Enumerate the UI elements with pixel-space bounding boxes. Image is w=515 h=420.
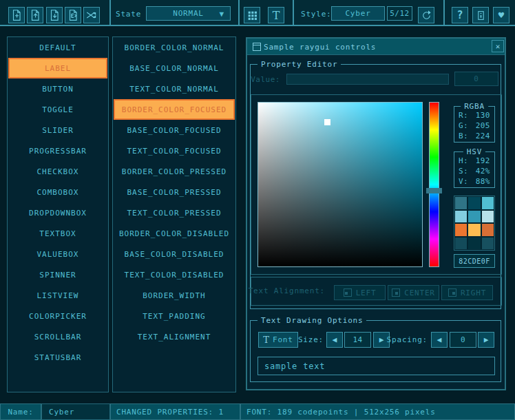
align-left-icon <box>344 288 352 297</box>
align-right-button[interactable]: RIGHT <box>441 285 493 300</box>
style-color-grid <box>454 196 495 251</box>
list-item[interactable]: TOGGLE <box>8 99 108 120</box>
list-item[interactable]: LABEL <box>8 58 107 78</box>
name-status: Name: <box>0 403 41 420</box>
list-item[interactable]: TEXT_ALIGNMENT <box>113 326 235 347</box>
list-item[interactable]: DROPDOWNBOX <box>8 202 108 223</box>
color-swatch[interactable] <box>481 196 494 210</box>
sample-text-input[interactable]: sample text <box>258 357 495 375</box>
list-item[interactable]: CHECKBOX <box>8 161 108 182</box>
hex-value-input[interactable]: 82CDE0F <box>454 254 495 268</box>
arrow-left-icon: ◀ <box>333 335 337 344</box>
size-label: Size: <box>298 335 324 344</box>
size-decrease-button[interactable]: ◀ <box>326 332 343 348</box>
style-dropdown[interactable]: Cyber <box>331 6 385 21</box>
state-dropdown[interactable]: NORMAL ▼ <box>146 6 231 21</box>
property-editor-title: Property Editor <box>258 60 341 69</box>
about-button[interactable] <box>472 7 489 23</box>
rgba-title: RGBA <box>461 102 488 111</box>
color-swatch[interactable] <box>454 210 467 224</box>
text-options-group: Text Drawing Options T Font Size: ◀ 14 ▶… <box>250 320 501 382</box>
random-style-button[interactable] <box>83 7 100 23</box>
color-swatch[interactable] <box>467 237 481 251</box>
help-button[interactable]: ? <box>452 7 468 23</box>
value-input[interactable] <box>286 74 449 85</box>
list-item[interactable]: BASE_COLOR_FOCUSED <box>113 120 235 140</box>
export-file-button[interactable] <box>65 7 81 23</box>
color-swatch[interactable] <box>467 223 481 237</box>
spacing-increase-button[interactable]: ▶ <box>478 332 494 348</box>
size-value[interactable]: 14 <box>344 332 371 348</box>
style-label: Style: <box>301 10 332 19</box>
list-item[interactable]: BASE_COLOR_NORMAL <box>113 58 235 78</box>
new-file-button[interactable] <box>8 7 25 23</box>
value-count-button[interactable]: 0 <box>454 72 498 86</box>
sponsor-button[interactable]: ♥ <box>493 7 509 23</box>
color-picker-cursor[interactable] <box>324 119 330 125</box>
color-picker-area[interactable] <box>258 102 423 267</box>
color-swatch[interactable] <box>467 210 481 224</box>
toolbar-separator <box>238 0 240 26</box>
list-item[interactable]: BORDER_WIDTH <box>113 285 235 306</box>
list-item[interactable]: TEXT_PADDING <box>113 306 235 326</box>
list-item[interactable]: BASE_COLOR_DISABLED <box>113 244 235 264</box>
grid-view-button[interactable] <box>244 7 260 23</box>
color-swatch[interactable] <box>481 210 494 224</box>
style-name-input[interactable]: Cyber <box>41 403 110 420</box>
list-item[interactable]: BORDER_COLOR_FOCUSED <box>114 99 235 120</box>
list-item[interactable]: DEFAULT <box>8 37 108 58</box>
list-item[interactable]: LISTVIEW <box>8 285 108 306</box>
value-row: H:192 <box>454 156 494 166</box>
hsv-values: H:192S:42%V:88% <box>454 156 494 187</box>
arrow-right-icon: ▶ <box>484 335 489 344</box>
color-swatch[interactable] <box>454 223 467 237</box>
spacing-value[interactable]: 0 <box>450 332 476 348</box>
close-icon: ✕ <box>496 42 501 51</box>
font-T-icon: T <box>263 335 269 345</box>
list-item[interactable]: PROGRESSBAR <box>8 140 108 161</box>
state-label: State <box>116 10 141 19</box>
style-counter[interactable]: 5/12 <box>387 6 412 21</box>
window-icon <box>251 41 262 52</box>
text-mode-button[interactable]: T <box>268 7 284 23</box>
list-item[interactable]: SPINNER <box>8 264 108 285</box>
spacing-decrease-button[interactable]: ◀ <box>431 332 448 348</box>
align-left-button[interactable]: LEFT <box>334 285 386 300</box>
list-item[interactable]: TEXTBOX <box>8 223 108 244</box>
list-item[interactable]: TEXT_COLOR_PRESSED <box>113 202 235 223</box>
window-title: Sample raygui controls <box>264 43 376 52</box>
toolbar-separator <box>443 0 445 26</box>
hue-bar[interactable] <box>429 102 439 267</box>
list-item[interactable]: BASE_COLOR_PRESSED <box>113 182 235 202</box>
list-item[interactable]: BORDER_COLOR_PRESSED <box>113 161 235 182</box>
list-item[interactable]: COMBOBOX <box>8 182 108 202</box>
list-item[interactable]: SLIDER <box>8 120 108 140</box>
list-item[interactable]: BORDER_COLOR_DISABLED <box>113 223 235 244</box>
align-center-icon <box>392 288 400 297</box>
color-swatch[interactable] <box>467 196 481 210</box>
list-item[interactable]: BORDER_COLOR_NORMAL <box>113 37 235 58</box>
reload-style-button[interactable] <box>418 7 434 23</box>
value-row: V:88% <box>454 176 494 187</box>
hue-slider-handle[interactable] <box>426 188 442 193</box>
align-center-button[interactable]: CENTER <box>388 285 439 300</box>
color-swatch[interactable] <box>454 196 467 210</box>
list-item[interactable]: TEXT_COLOR_DISABLED <box>113 264 235 285</box>
list-item[interactable]: TEXT_COLOR_FOCUSED <box>113 140 235 161</box>
list-item[interactable]: SCROLLBAR <box>8 326 108 347</box>
window-titlebar: Sample raygui controls ✕ <box>247 39 505 55</box>
list-item[interactable]: STATUSBAR <box>8 347 108 368</box>
save-file-button[interactable] <box>46 7 63 23</box>
list-item[interactable]: COLORPICKER <box>8 306 108 326</box>
font-button[interactable]: T Font <box>258 332 298 348</box>
color-swatch[interactable] <box>481 223 494 237</box>
open-file-button[interactable] <box>27 7 43 23</box>
list-item[interactable]: VALUEBOX <box>8 244 108 264</box>
list-item[interactable]: BUTTON <box>8 78 108 99</box>
close-button[interactable]: ✕ <box>492 40 504 52</box>
color-swatch[interactable] <box>454 237 467 251</box>
info-icon <box>475 10 487 21</box>
color-swatch[interactable] <box>481 237 494 251</box>
list-item[interactable]: TEXT_COLOR_NORMAL <box>113 78 235 99</box>
heart-icon: ♥ <box>498 10 504 21</box>
